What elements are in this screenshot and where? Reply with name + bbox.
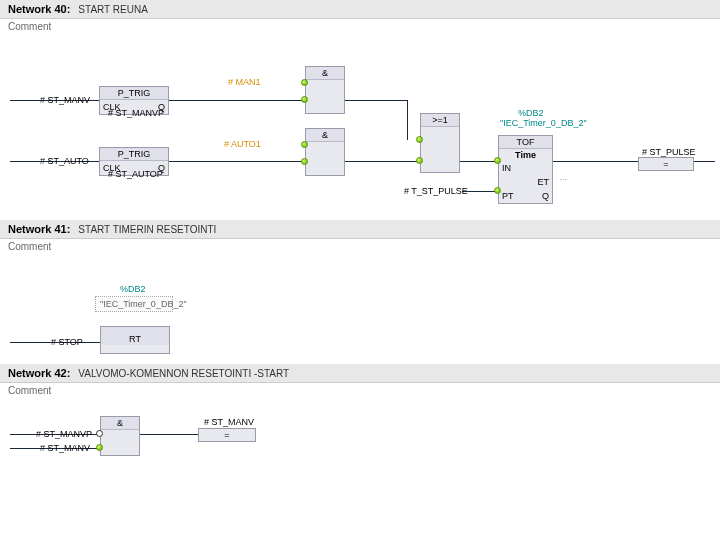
pin-et: ET [537, 177, 549, 187]
block-tof[interactable]: TOF Time IN ET PT Q [498, 135, 553, 204]
block-type-label: P_TRIG [100, 87, 168, 100]
block-assign[interactable]: = [638, 157, 694, 171]
connector-dot [301, 96, 308, 103]
network-header: Network 41: START TIMERIN RESETOINTI [0, 220, 720, 239]
tag-db-name: "IEC_Timer_0_DB_2" [100, 299, 187, 309]
tag-st-pulse: # ST_PULSE [642, 147, 696, 157]
block-and[interactable]: & [305, 66, 345, 114]
tag-db-name: "IEC_Timer_0_DB_2" [500, 118, 560, 128]
block-or[interactable]: >=1 [420, 113, 460, 173]
network-title: VALVOMO-KOMENNON RESETOINTI -START [78, 368, 289, 379]
connector-dot [494, 187, 501, 194]
network-comment: Comment [0, 239, 720, 254]
network-header: Network 40: START REUNA [0, 0, 720, 19]
ellipsis: ... [560, 172, 568, 182]
block-type-label: TOF [499, 136, 552, 149]
block-param-type: Time [499, 149, 552, 161]
negation-dot [96, 430, 103, 437]
tag-st-manv: # ST_MANV [40, 95, 90, 105]
tag-st-manv-out: # ST_MANV [204, 417, 254, 427]
network-title: START TIMERIN RESETOINTI [78, 224, 216, 235]
connector-dot [416, 136, 423, 143]
tag-st-auto: # ST_AUTO [40, 156, 89, 166]
tag-st-manvp: # ST_MANVP [108, 108, 164, 118]
block-type-label: RT [101, 327, 169, 345]
block-and[interactable]: & [305, 128, 345, 176]
block-type-label: = [224, 430, 229, 440]
block-type-label: & [306, 67, 344, 80]
network-comment: Comment [0, 383, 720, 398]
connector-dot [301, 141, 308, 148]
block-type-label: P_TRIG [100, 148, 168, 161]
network-body: & # ST_MANVP # ST_MANV # ST_MANV = [0, 398, 720, 460]
network-number: Network 42: [8, 367, 70, 379]
network-number: Network 40: [8, 3, 70, 15]
block-rt[interactable]: RT [100, 326, 170, 354]
pin-q: Q [542, 191, 549, 201]
block-and[interactable]: & [100, 416, 140, 456]
connector-dot [301, 79, 308, 86]
tag-db: %DB2 [120, 284, 146, 294]
network-header: Network 42: VALVOMO-KOMENNON RESETOINTI … [0, 364, 720, 383]
block-type-label: >=1 [421, 114, 459, 127]
block-assign[interactable]: = [198, 428, 256, 442]
network-number: Network 41: [8, 223, 70, 235]
tag-db: %DB2 [518, 108, 544, 118]
pin-pt: PT [502, 191, 514, 201]
network-body: %DB2 "IEC_Timer_0_DB_2" RT # STOP [0, 254, 720, 364]
connector-dot [96, 444, 103, 451]
network-comment: Comment [0, 19, 720, 34]
network-body: P_TRIG CLK Q # ST_MANV # ST_MANVP P_TRIG… [0, 34, 720, 220]
tag-auto1: # AUTO1 [224, 139, 261, 149]
tag-man1: # MAN1 [228, 77, 261, 87]
block-type-label: = [663, 159, 668, 169]
tag-t-st-pulse: # T_ST_PULSE [404, 186, 468, 196]
connector-dot [416, 157, 423, 164]
pin-in: IN [502, 163, 511, 173]
connector-dot [494, 157, 501, 164]
network-title: START REUNA [78, 4, 147, 15]
tag-stop: # STOP [51, 337, 83, 347]
instance-box: "IEC_Timer_0_DB_2" [95, 296, 173, 312]
tag-st-autop: # ST_AUTOP [108, 169, 163, 179]
block-type-label: & [101, 417, 139, 430]
tag-st-manv-in: # ST_MANV [40, 443, 90, 453]
block-type-label: & [306, 129, 344, 142]
connector-dot [301, 158, 308, 165]
tag-st-manvp: # ST_MANVP [36, 429, 92, 439]
